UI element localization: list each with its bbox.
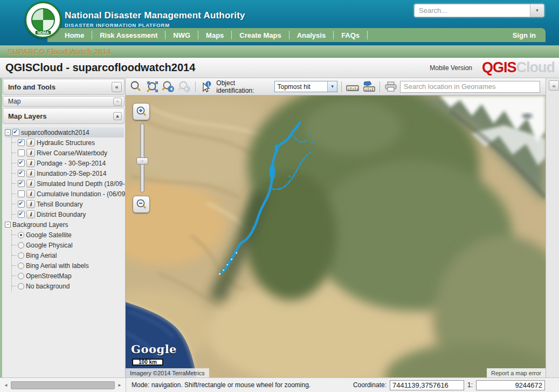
layer-checkbox-root[interactable]	[12, 129, 19, 136]
nav-item-home[interactable]: Home	[57, 31, 92, 39]
zoom-full-extent-icon[interactable]	[145, 80, 159, 94]
layer-info-icon[interactable]: i	[26, 149, 35, 157]
identify-tool-icon[interactable]	[199, 80, 213, 94]
map-layers-header[interactable]: Map Layers ▲	[3, 108, 125, 124]
search-dropdown-button[interactable]: ▼	[530, 4, 544, 17]
layer-row: i Cumulative Inundation - (06/09-2	[12, 189, 125, 199]
background-radio[interactable]	[18, 242, 24, 249]
select-dropdown-icon: ▼	[327, 81, 337, 92]
org-subtitle: DISASTER INFORMATION PLATFORM	[65, 22, 245, 28]
nav-item-analysis[interactable]: Analysis	[289, 31, 333, 39]
measure-length-icon[interactable]	[346, 80, 360, 94]
layer-info-icon[interactable]: i	[26, 180, 35, 188]
map-section-collapse-icon[interactable]: −	[113, 98, 122, 106]
tree-expander-icon[interactable]: −	[5, 129, 11, 135]
layer-info-icon[interactable]: i	[26, 190, 35, 198]
layer-row: i Simulated Inund Depth (18/09-22	[12, 178, 125, 189]
info-tools-header: Info and Tools «	[3, 79, 125, 95]
page-title: QGISCloud - suparcofloodwatch2014	[5, 61, 195, 74]
background-row: Google Satellite	[12, 230, 125, 240]
zoom-slider-track[interactable]: −	[140, 123, 144, 192]
background-radio[interactable]	[18, 283, 24, 290]
layer-info-icon[interactable]: i	[26, 200, 35, 208]
layer-checkbox[interactable]	[18, 170, 25, 177]
background-label: Google Physical	[26, 242, 73, 249]
layer-label: Tehsil Boundary	[37, 201, 82, 208]
site-search-input[interactable]	[415, 4, 530, 17]
layer-label: River Coarse/Waterbody	[37, 149, 107, 157]
zoom-next-icon[interactable]	[177, 80, 191, 94]
background-row: OpenStreetMap	[12, 271, 125, 281]
org-title-block: National Disaster Management Authority D…	[65, 10, 245, 28]
info-tools-sidebar: Info and Tools « Map − Map Layers ▲ − su…	[2, 78, 126, 377]
background-row: Bing Aerial with labels	[12, 260, 125, 271]
background-radio[interactable]	[18, 273, 24, 279]
print-icon[interactable]	[384, 80, 398, 94]
nav-item-faqs[interactable]: FAQs	[334, 31, 367, 39]
nav-item-risk-assessment[interactable]: Risk Assessment	[92, 31, 165, 39]
zoom-out-button[interactable]	[133, 196, 150, 213]
site-search: ▼	[414, 4, 544, 17]
background-radio[interactable]	[18, 263, 24, 269]
map-viewport[interactable]: − Google 100 km Imagery ©2014 TerraMetri…	[126, 95, 546, 377]
satellite-map-image	[126, 95, 546, 377]
map-layers-title: Map Layers	[8, 112, 47, 120]
nav-item-nwg[interactable]: NWG	[165, 31, 198, 39]
zoom-previous-icon[interactable]	[161, 80, 175, 94]
layer-row: i Hydraulic Structures	[12, 137, 125, 148]
coordinate-input[interactable]	[390, 380, 464, 390]
background-row: Google Physical	[12, 240, 125, 250]
layer-checkbox[interactable]	[18, 201, 25, 208]
layer-checkbox[interactable]	[18, 149, 25, 156]
layer-info-icon[interactable]: i	[26, 139, 35, 147]
map-scale-bar: 100 km	[132, 359, 163, 366]
scrollbar-thumb[interactable]	[11, 381, 115, 389]
layer-checkbox[interactable]	[18, 180, 25, 187]
main-nav: Home Risk Assessment NWG Maps Create Map…	[47, 28, 546, 42]
google-logo[interactable]: Google	[131, 342, 177, 356]
coordinate-readout: Coordinate: 1:	[353, 380, 545, 390]
object-identification-select[interactable]: Topmost hit ▼	[274, 81, 338, 92]
layer-checkbox[interactable]	[18, 190, 25, 197]
layer-checkbox[interactable]	[18, 211, 25, 218]
sign-in-link[interactable]: Sign in	[513, 31, 536, 39]
zoom-tool-icon[interactable]	[129, 80, 143, 94]
layer-checkbox[interactable]	[18, 160, 25, 167]
tree-expander-icon[interactable]: −	[5, 222, 11, 228]
measure-area-icon[interactable]	[362, 80, 376, 94]
layer-children: i Hydraulic Structures i River Coarse/Wa…	[11, 137, 125, 219]
background-label: Bing Aerial with labels	[26, 262, 89, 270]
geonames-search-input[interactable]	[400, 81, 540, 93]
map-title-bar: QGISCloud - suparcofloodwatch2014 Mobile…	[0, 58, 559, 78]
map-section-header[interactable]: Map −	[3, 96, 125, 107]
mobile-version-link[interactable]: Mobile Version	[430, 64, 472, 72]
qgiscloud-logo: QGISCloud	[482, 59, 555, 76]
scale-input[interactable]	[476, 380, 545, 390]
layer-checkbox[interactable]	[18, 139, 25, 146]
info-tools-title: Info and Tools	[8, 83, 56, 91]
sidebar-horizontal-scrollbar[interactable]: ◄ ►	[0, 378, 126, 392]
nav-item-maps[interactable]: Maps	[198, 31, 231, 39]
layer-info-icon[interactable]: i	[26, 169, 35, 177]
layer-info-icon[interactable]: i	[26, 159, 35, 167]
layer-row: i Inundation-29-Sep-2014	[12, 168, 125, 178]
nav-item-create-maps[interactable]: Create Maps	[232, 31, 288, 39]
zoom-slider-handle[interactable]: −	[136, 157, 148, 164]
scroll-right-icon[interactable]: ►	[116, 381, 123, 389]
right-panel-collapse-button[interactable]: «	[549, 80, 559, 91]
background-layers-row[interactable]: − Background Layers	[5, 219, 125, 230]
layer-root-row[interactable]: − suparcofloodwatch2014	[5, 127, 124, 137]
zoom-in-button[interactable]	[133, 103, 150, 120]
report-map-error-link[interactable]: Report a map error	[487, 368, 546, 377]
background-radio[interactable]	[18, 232, 24, 238]
scroll-left-icon[interactable]: ◄	[2, 381, 10, 389]
sidebar-collapse-button[interactable]: «	[112, 82, 122, 92]
layer-label: Inundation-29-Sep-2014	[37, 170, 106, 177]
map-toolbar: Object identification: Topmost hit ▼	[126, 78, 546, 95]
ndma-logo-emblem	[31, 8, 55, 32]
map-layers-collapse-icon[interactable]: ▲	[113, 112, 122, 120]
background-radio[interactable]	[18, 252, 24, 259]
layer-info-icon[interactable]: i	[26, 210, 35, 218]
background-label: No background	[26, 283, 70, 290]
layer-label: District Boundary	[37, 211, 86, 218]
